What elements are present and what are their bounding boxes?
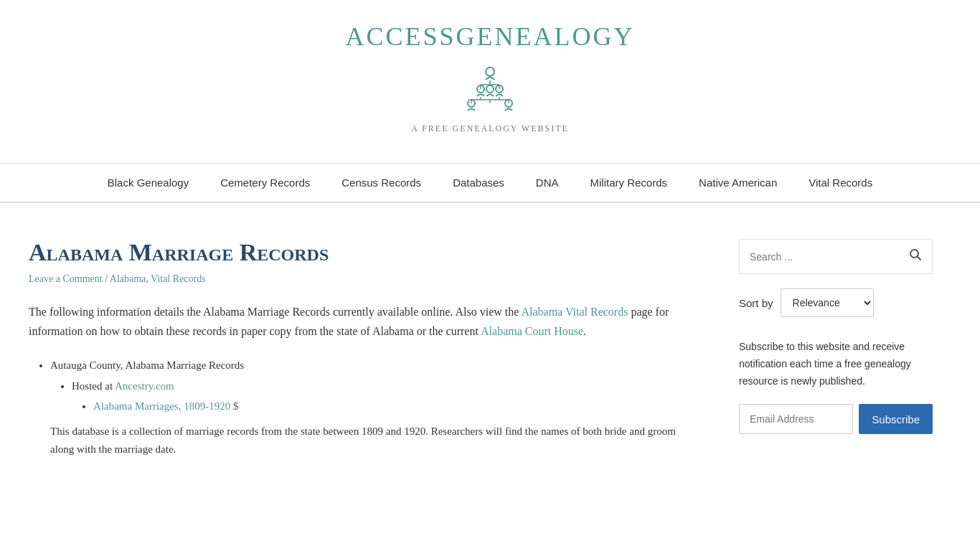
vital-records-link[interactable]: Alabama Vital Records: [521, 306, 628, 318]
search-form: [740, 240, 932, 273]
nav-item-census-records[interactable]: Census Records: [326, 164, 437, 202]
nav-item-databases[interactable]: Databases: [437, 164, 520, 202]
main-content: Alabama Marriage Records Leave a Comment…: [0, 217, 725, 481]
search-icon: [909, 248, 922, 261]
breadcrumb-separator: /: [105, 273, 110, 284]
list-item-county: Autauga County, Alabama Marriage Records…: [50, 355, 696, 417]
svg-point-16: [486, 85, 494, 93]
site-tagline: A Free Genealogy Website: [14, 123, 966, 134]
list-item-db: Alabama Marriages, 1809-1920 $: [93, 396, 696, 417]
sort-select[interactable]: Relevance Date Title: [781, 288, 874, 317]
court-house-link[interactable]: Alabama Court House: [481, 325, 583, 337]
page-title: Alabama Marriage Records: [29, 239, 696, 266]
svg-line-18: [918, 257, 921, 260]
subscribe-button[interactable]: Subscribe: [859, 404, 933, 434]
list-item-hosted: Hosted at Ancestry.com Alabama Marriages…: [72, 376, 696, 417]
ancestry-link[interactable]: Ancestry.com: [115, 380, 174, 392]
nav-item-vital-records[interactable]: Vital Records: [793, 164, 888, 202]
main-nav: Black Genealogy Cemetery Records Census …: [0, 163, 980, 202]
site-header: AccessGenealogy A Free Gene: [0, 0, 980, 149]
nav-item-native-american[interactable]: Native American: [683, 164, 793, 202]
search-input[interactable]: [740, 242, 899, 271]
nav-item-military-records[interactable]: Military Records: [575, 164, 684, 202]
site-logo-icon: [461, 59, 519, 116]
email-input[interactable]: [739, 404, 853, 434]
nav-item-cemetery-records[interactable]: Cemetery Records: [204, 164, 326, 202]
breadcrumb: Leave a Comment / Alabama, Vital Records: [29, 273, 696, 285]
breadcrumb-state-link[interactable]: Alabama: [110, 273, 146, 284]
db-description: This database is a collection of marriag…: [50, 423, 696, 459]
search-widget: [739, 239, 933, 274]
subscribe-form: Subscribe: [739, 404, 933, 434]
intro-paragraph: The following information details the Al…: [29, 302, 696, 341]
subscribe-text: Subscribe to this website and receive no…: [739, 339, 933, 390]
breadcrumb-category-link[interactable]: Vital Records: [151, 273, 206, 284]
nav-item-black-genealogy[interactable]: Black Genealogy: [92, 164, 204, 202]
nav-item-dna[interactable]: DNA: [520, 164, 575, 202]
breadcrumb-comment-link[interactable]: Leave a Comment: [29, 273, 103, 284]
record-list: Autauga County, Alabama Marriage Records…: [29, 355, 696, 417]
site-title: AccessGenealogy: [14, 22, 966, 52]
sidebar: Sort by Relevance Date Title Subscribe t…: [725, 217, 947, 481]
search-button[interactable]: [899, 240, 932, 273]
db-name-link[interactable]: Alabama Marriages, 1809-1920: [93, 400, 230, 412]
page-wrapper: Alabama Marriage Records Leave a Comment…: [0, 203, 980, 495]
svg-point-4: [486, 67, 494, 76]
sort-row: Sort by Relevance Date Title: [739, 288, 933, 317]
sort-label: Sort by: [739, 297, 773, 309]
